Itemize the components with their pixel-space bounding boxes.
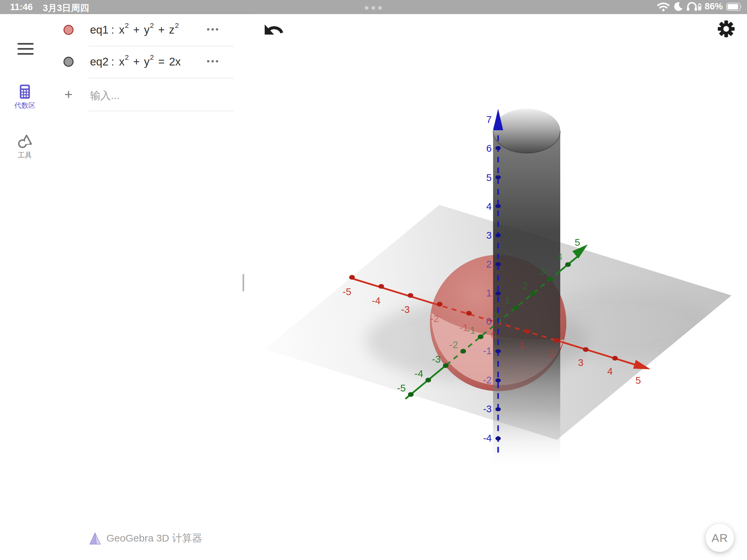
- axis-label: 6: [486, 143, 492, 154]
- eq2-row[interactable]: eq2: x2 + y2 = 2x: [90, 53, 181, 71]
- axis-label: -5: [397, 383, 406, 394]
- algebra-panel: eq1: x2 + y2 + z2 ••• eq2: x2 + y2 = 2x …: [50, 14, 251, 560]
- axis-label: 2: [486, 259, 492, 270]
- divider: [89, 111, 234, 111]
- tools-icon: [18, 134, 32, 149]
- divider: [89, 78, 234, 78]
- axis-label: 1: [520, 340, 525, 350]
- axis-label: -1: [483, 345, 492, 356]
- status-date: 3月3日周四: [43, 2, 89, 14]
- status-bar: 11:46 3月3日周四 86%: [0, 0, 747, 14]
- sidebar-item-label: 工具: [18, 151, 32, 160]
- eq1-row[interactable]: eq1: x2 + y2 + z2: [90, 21, 179, 38]
- eq2-visibility-toggle[interactable]: [63, 57, 74, 67]
- wifi-icon: [657, 2, 670, 12]
- menu-icon[interactable]: [18, 43, 33, 56]
- eq1-visibility-toggle[interactable]: [63, 25, 74, 35]
- axis-label: 1: [505, 295, 510, 305]
- sidebar-item-label: 代数区: [15, 101, 35, 110]
- 3d-view[interactable]: 7 6 5 4 3 2 1 0 -1 -2 -3 -4 -5 -4 -3 -2 …: [250, 14, 747, 560]
- axis-label: 2: [549, 348, 554, 359]
- axis-label: 5: [636, 375, 641, 386]
- sidebar-item-algebra[interactable]: 代数区: [0, 85, 50, 110]
- axis-label: -3: [401, 304, 410, 315]
- axis-label: -2: [430, 313, 439, 324]
- divider: [89, 46, 234, 46]
- axis-label: 0: [492, 310, 498, 321]
- axis-label: 7: [486, 114, 492, 125]
- status-time: 11:46: [10, 2, 33, 14]
- axis-label: 5: [486, 172, 492, 183]
- axis-label: 3: [578, 357, 584, 368]
- axis-label: -4: [483, 433, 492, 444]
- axis-label: 1: [486, 288, 492, 298]
- left-rail: 代数区 工具: [0, 14, 50, 560]
- panel-resize-handle[interactable]: [242, 274, 244, 291]
- axis-label: -4: [372, 295, 381, 306]
- axis-label: -3: [483, 404, 492, 414]
- sidebar-item-tools[interactable]: 工具: [0, 134, 50, 160]
- settings-gear-icon[interactable]: [717, 20, 735, 37]
- geogebra-pyramid-icon: [89, 532, 101, 545]
- eq1-label: eq1: [90, 24, 108, 36]
- axis-label: 4: [607, 366, 613, 377]
- axis-label: -1: [467, 325, 475, 336]
- axis-label: -4: [414, 368, 423, 379]
- undo-button[interactable]: [264, 22, 284, 36]
- axis-label: 0: [486, 316, 492, 327]
- axis-label: 4: [557, 251, 563, 262]
- moon-icon: [673, 2, 683, 12]
- axis-label: -3: [432, 354, 441, 365]
- multitask-dots-icon: [365, 6, 382, 10]
- axis-label: 5: [575, 237, 580, 248]
- axis-label: 2: [522, 280, 528, 291]
- axis-label: -5: [342, 286, 351, 297]
- axis-label: 3: [540, 266, 545, 277]
- graphics-view[interactable]: 7 6 5 4 3 2 1 0 -1 -2 -3 -4 -5 -4 -3 -2 …: [250, 14, 747, 560]
- algebra-input[interactable]: 输入...: [90, 89, 120, 103]
- app-name: GeoGebra 3D 计算器: [106, 531, 202, 545]
- ar-button[interactable]: AR: [706, 524, 734, 552]
- app-logo: GeoGebra 3D 计算器: [89, 531, 202, 545]
- axis-label: -2: [483, 375, 492, 385]
- axis-label: 0: [491, 330, 496, 341]
- headphones-icon: [687, 2, 701, 12]
- calculator-icon: [20, 85, 30, 99]
- axis-label: 4: [486, 201, 492, 212]
- battery-icon: [726, 2, 742, 11]
- battery-percent: 86%: [705, 1, 723, 12]
- eq1-menu-button[interactable]: •••: [202, 24, 225, 34]
- eq2-label: eq2: [90, 55, 108, 68]
- axis-label: 3: [486, 230, 492, 241]
- eq2-menu-button[interactable]: •••: [202, 56, 225, 66]
- axis-label: -2: [449, 340, 458, 350]
- add-input-button[interactable]: +: [62, 87, 75, 103]
